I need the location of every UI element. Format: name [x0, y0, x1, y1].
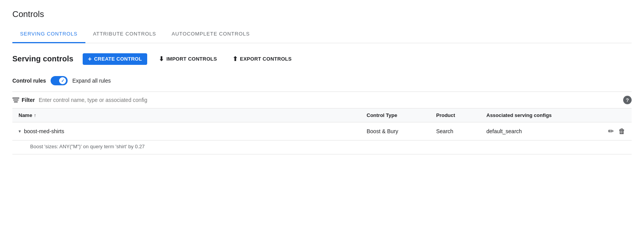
- column-header-associated-configs: Associated serving configs: [486, 112, 595, 118]
- section-title: Serving controls: [12, 54, 73, 63]
- filter-icon: [12, 98, 19, 102]
- tab-serving-controls[interactable]: SERVING CONTROLS: [12, 25, 85, 43]
- column-header-control-type: Control Type: [367, 112, 436, 118]
- delete-button[interactable]: 🗑: [619, 127, 625, 136]
- tab-autocomplete-controls[interactable]: AUTOCOMPLETE CONTROLS: [164, 25, 257, 43]
- check-icon: ✓: [61, 78, 65, 83]
- toggle-thumb: ✓: [59, 77, 66, 84]
- edit-button[interactable]: ✏: [608, 127, 614, 136]
- edit-icon: ✏: [608, 127, 614, 136]
- upload-icon: ⬆: [233, 55, 238, 63]
- column-header-actions: [595, 112, 625, 118]
- sort-arrow-icon[interactable]: ↑: [34, 113, 36, 118]
- section-header: Serving controls + CREATE CONTROL ⬇ IMPO…: [12, 43, 632, 73]
- table-container: Name ↑ Control Type Product Associated s…: [12, 108, 632, 154]
- help-icon[interactable]: ?: [623, 96, 632, 104]
- expand-all-label: Expand all rules: [72, 78, 111, 84]
- page-title: Controls: [12, 9, 632, 19]
- chevron-down-icon[interactable]: ▾: [19, 129, 21, 134]
- download-icon: ⬇: [159, 55, 164, 63]
- filter-label: Filter: [22, 97, 35, 103]
- export-controls-button[interactable]: ⬆ EXPORT CONTROLS: [229, 53, 296, 65]
- table-row: ▾ boost-med-shirts Boost & Bury Search d…: [12, 122, 632, 141]
- cell-associated-configs: default_search: [486, 128, 595, 134]
- cell-actions: ✏ 🗑: [595, 127, 625, 136]
- column-header-product: Product: [436, 112, 486, 118]
- import-controls-button[interactable]: ⬇ IMPORT CONTROLS: [155, 53, 221, 65]
- cell-name: ▾ boost-med-shirts: [19, 128, 367, 134]
- cell-control-type: Boost & Bury: [367, 128, 436, 134]
- column-header-name: Name ↑: [19, 112, 367, 118]
- row-description: Boost 'sizes: ANY("M")' on query term 's…: [12, 141, 632, 154]
- control-rules-row: Control rules ✓ Expand all rules: [12, 73, 632, 91]
- tabs-bar: SERVING CONTROLS ATTRIBUTE CONTROLS AUTO…: [12, 25, 632, 43]
- create-control-button[interactable]: + CREATE CONTROL: [83, 53, 148, 65]
- page-container: Controls SERVING CONTROLS ATTRIBUTE CONT…: [0, 0, 644, 164]
- toggle-track: ✓: [51, 76, 68, 85]
- filter-input[interactable]: [39, 97, 619, 103]
- table-header-row: Name ↑ Control Type Product Associated s…: [12, 108, 632, 122]
- filter-icon-label: Filter: [12, 97, 35, 103]
- cell-product: Search: [436, 128, 486, 134]
- filter-row: Filter ?: [12, 91, 632, 108]
- control-rules-label: Control rules: [12, 78, 46, 84]
- plus-icon: +: [88, 56, 92, 62]
- delete-icon: 🗑: [619, 127, 625, 136]
- tab-attribute-controls[interactable]: ATTRIBUTE CONTROLS: [85, 25, 164, 43]
- expand-rules-toggle[interactable]: ✓: [51, 76, 68, 85]
